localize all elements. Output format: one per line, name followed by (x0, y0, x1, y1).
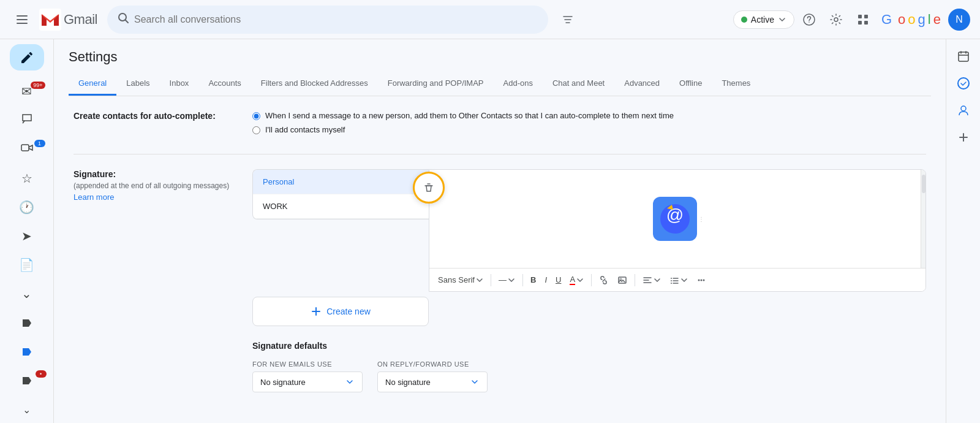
more-options-icon (696, 275, 706, 285)
underline-label: U (556, 275, 561, 284)
sidebar-item-recent[interactable]: 🕐 (5, 194, 49, 220)
sidebar-item-mail[interactable]: ✉ 99+ (5, 78, 49, 104)
sig-defaults-grid: FOR NEW EMAILS USE No signature ON REPLY… (252, 360, 926, 392)
underline-button[interactable]: U (552, 273, 565, 287)
settings-button[interactable] (824, 7, 848, 32)
on-reply-col: ON REPLY/FORWARD USE No signature (377, 360, 488, 392)
editor-scrollbar[interactable] (921, 170, 925, 268)
signature-defaults-section: Signature defaults FOR NEW EMAILS USE No… (252, 341, 926, 392)
signature-editor-content[interactable]: @ ⋮ (429, 170, 921, 268)
delete-signature-button[interactable] (413, 172, 445, 204)
auto-complete-option2[interactable]: I'll add contacts myself (252, 125, 926, 134)
text-color-button[interactable]: A (566, 272, 587, 288)
image-icon (617, 275, 627, 285)
tab-accounts[interactable]: Accounts (198, 72, 251, 96)
auto-complete-option1[interactable]: When I send a message to a new person, a… (252, 111, 926, 120)
sidebar-item-starred[interactable]: ☆ (5, 165, 49, 191)
font-family-label: Sans Serif (438, 275, 475, 284)
tab-advanced[interactable]: Advanced (614, 72, 669, 96)
sidebar-item-expand[interactable]: ⌄ (5, 397, 49, 423)
active-status[interactable]: Active (733, 10, 794, 29)
label3-icon (21, 375, 33, 387)
hamburger-button[interactable] (10, 7, 34, 32)
help-button[interactable] (797, 7, 821, 32)
text-color-label: A (570, 275, 575, 285)
auto-complete-radio2[interactable] (252, 126, 260, 134)
image-button[interactable] (614, 273, 631, 288)
drafts-icon: 📄 (19, 257, 34, 272)
tab-themes[interactable]: Themes (712, 72, 760, 96)
tab-offline[interactable]: Offline (669, 72, 712, 96)
toolbar-sep3 (591, 274, 592, 286)
sidebar-item-drafts[interactable]: 📄 (5, 252, 49, 278)
active-label: Active (751, 15, 774, 25)
signature-row: Signature: (appended at the end of all o… (74, 169, 926, 407)
sidebar-item-label2[interactable] (5, 338, 49, 365)
create-new-button[interactable]: Create new (252, 297, 429, 326)
tab-general[interactable]: General (69, 72, 116, 96)
google-logo-g2: g (918, 12, 925, 28)
trash-icon (423, 181, 435, 194)
align-button[interactable] (639, 273, 665, 288)
link-button[interactable] (595, 273, 612, 288)
reply-select-arrow (470, 377, 480, 387)
sidebar-item-chat[interactable] (5, 107, 49, 133)
right-panel-add-icon[interactable] (951, 125, 976, 150)
tab-inbox[interactable]: Inbox (160, 72, 199, 96)
for-new-emails-value: No signature (260, 378, 340, 387)
sidebar-item-sent[interactable]: ➤ (5, 223, 49, 249)
gmail-text: Gmail (64, 12, 97, 28)
italic-button[interactable]: I (541, 273, 551, 287)
font-size-button[interactable]: — (495, 273, 519, 287)
tab-filters[interactable]: Filters and Blocked Addresses (251, 72, 378, 96)
compose-button[interactable] (10, 44, 44, 70)
sidebar-item-meet[interactable]: 1 (5, 136, 49, 162)
learn-more-link[interactable]: Learn more (74, 192, 233, 202)
auto-complete-radio1[interactable] (252, 112, 260, 120)
google-logo-text: G (881, 12, 892, 28)
tab-labels[interactable]: Labels (116, 72, 159, 96)
signature-toolbar: Sans Serif — (429, 268, 925, 291)
for-new-emails-col: FOR NEW EMAILS USE No signature (252, 360, 363, 392)
more-options-button[interactable] (693, 273, 710, 288)
apps-button[interactable] (851, 7, 875, 32)
right-panel-calendar-icon[interactable] (951, 44, 976, 69)
color-chevron-icon (576, 276, 584, 284)
bold-label: B (530, 275, 536, 284)
svg-rect-9 (858, 15, 862, 18)
align-chevron-icon (654, 276, 661, 284)
svg-point-19 (671, 278, 672, 279)
svg-rect-10 (864, 15, 868, 18)
content-area: Settings General Labels Inbox Accounts F… (54, 39, 946, 423)
sig-item-personal[interactable]: Personal (253, 170, 429, 194)
sidebar-item-label1[interactable] (5, 310, 49, 336)
svg-point-22 (698, 279, 700, 281)
for-new-emails-select[interactable]: No signature (252, 372, 363, 392)
signature-editor-inner: @ ⋮ (429, 170, 925, 268)
active-chevron-icon (778, 15, 786, 24)
tab-chat[interactable]: Chat and Meet (543, 72, 614, 96)
sidebar-item-more[interactable]: ⌄ (5, 281, 49, 307)
tab-addons[interactable]: Add-ons (494, 72, 543, 96)
gmail-logo: Gmail (39, 9, 97, 31)
user-avatar[interactable]: N (948, 9, 970, 31)
sent-icon: ➤ (21, 229, 32, 243)
label3-badge: • (36, 370, 47, 378)
on-reply-select[interactable]: No signature (377, 372, 488, 392)
sig-item-work[interactable]: WORK (253, 194, 429, 219)
search-bar[interactable] (107, 6, 548, 34)
svg-point-23 (701, 279, 703, 281)
bold-button[interactable]: B (527, 273, 540, 287)
svg-point-20 (671, 280, 672, 281)
font-chevron-icon (476, 276, 483, 284)
right-panel-contacts-icon[interactable] (951, 98, 976, 123)
list-button[interactable] (666, 273, 692, 288)
search-input[interactable] (134, 14, 538, 25)
right-panel-tasks-icon[interactable] (951, 71, 976, 96)
sidebar-item-label3[interactable]: • (5, 368, 49, 394)
search-options-button[interactable] (556, 7, 580, 32)
tab-forwarding[interactable]: Forwarding and POP/IMAP (378, 72, 494, 96)
font-family-button[interactable]: Sans Serif (434, 273, 487, 287)
settings-tabs: General Labels Inbox Accounts Filters an… (69, 72, 931, 96)
svg-rect-1 (17, 19, 28, 20)
